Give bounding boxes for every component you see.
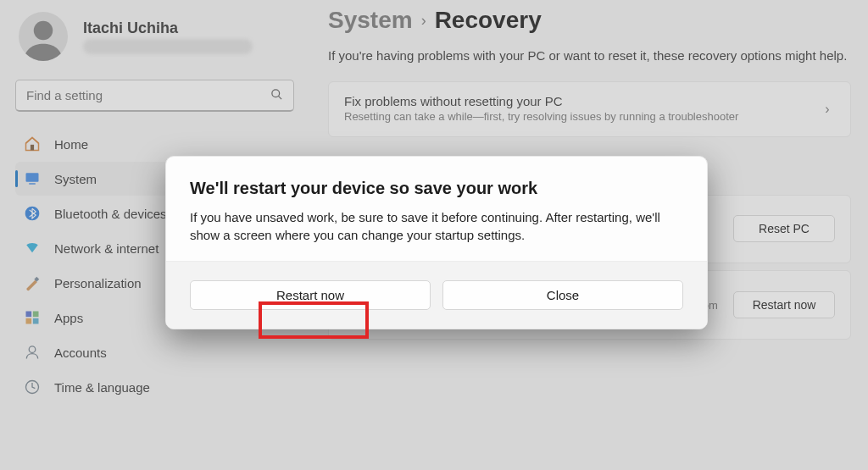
svg-rect-9: [33, 312, 39, 318]
person-icon: [20, 15, 66, 61]
profile-name: Itachi Uchiha: [83, 19, 253, 37]
svg-rect-5: [29, 183, 36, 185]
personalization-icon: [24, 274, 41, 291]
sidebar-item-accounts[interactable]: Accounts: [15, 335, 294, 369]
search-icon: [270, 88, 283, 103]
sidebar-item-label: Accounts: [54, 346, 107, 360]
advanced-restart-button[interactable]: Restart now: [733, 291, 835, 318]
svg-rect-8: [26, 312, 32, 318]
svg-rect-10: [26, 318, 32, 324]
accounts-icon: [24, 344, 41, 361]
card-desc: Resetting can take a while—first, try re…: [344, 110, 804, 124]
sidebar-item-label: System: [54, 172, 97, 186]
sidebar-item-label: Network & internet: [54, 241, 159, 256]
breadcrumb-parent[interactable]: System: [328, 7, 413, 34]
sidebar-item-label: Time & language: [54, 380, 150, 395]
breadcrumb: System › Recovery: [328, 7, 851, 34]
sidebar-item-time-language[interactable]: Time & language: [15, 370, 294, 404]
restart-dialog: We'll restart your device so save your w…: [165, 156, 708, 329]
close-button[interactable]: Close: [442, 280, 683, 310]
svg-point-12: [29, 346, 36, 353]
sidebar-item-label: Home: [54, 137, 88, 152]
reset-pc-button[interactable]: Reset PC: [733, 215, 835, 242]
chevron-right-icon: ›: [820, 102, 835, 117]
dialog-body: If you have unsaved work, be sure to sav…: [190, 208, 683, 244]
home-icon: [24, 135, 41, 152]
apps-icon: [24, 309, 41, 326]
svg-rect-4: [26, 173, 39, 182]
card-fix-problems[interactable]: Fix problems without resetting your PC R…: [328, 81, 851, 136]
svg-rect-11: [33, 318, 39, 324]
profile-email-blurred: [83, 39, 253, 54]
sidebar-item-label: Personalization: [54, 276, 142, 290]
card-title: Fix problems without resetting your PC: [344, 94, 804, 108]
sidebar-item-label: Apps: [54, 311, 83, 325]
dialog-title: We'll restart your device so save your w…: [190, 179, 683, 198]
system-icon: [24, 170, 41, 187]
account-profile[interactable]: Itachi Uchiha: [19, 12, 294, 61]
svg-rect-3: [31, 145, 34, 151]
intro-text: If you're having problems with your PC o…: [328, 47, 851, 64]
avatar: [19, 12, 68, 61]
network-icon: [24, 240, 41, 257]
bluetooth-icon: [24, 205, 41, 222]
search-box[interactable]: [15, 80, 294, 112]
chevron-right-icon: ›: [421, 12, 426, 30]
time-language-icon: [24, 379, 41, 395]
svg-point-0: [34, 21, 53, 41]
svg-line-2: [278, 96, 281, 99]
search-input[interactable]: [26, 88, 270, 102]
restart-now-button[interactable]: Restart now: [190, 280, 431, 310]
dialog-footer: Restart now Close: [166, 261, 707, 329]
sidebar-item-label: Bluetooth & devices: [54, 207, 167, 221]
svg-point-1: [272, 89, 280, 97]
page-title: Recovery: [435, 7, 542, 34]
